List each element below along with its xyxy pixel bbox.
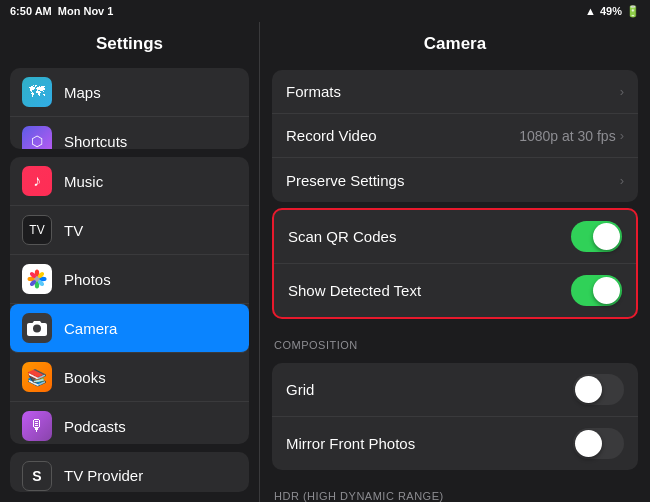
sidebar-title: Settings — [0, 22, 259, 64]
books-label: Books — [64, 369, 106, 386]
record-video-row[interactable]: Record Video 1080p at 30 fps › — [272, 114, 638, 158]
preserve-settings-chevron: › — [620, 173, 624, 188]
sidebar-item-music[interactable]: ♪ Music — [10, 157, 249, 206]
grid-toggle[interactable] — [573, 374, 624, 405]
preserve-settings-value: › — [620, 173, 624, 188]
show-detected-text-label: Show Detected Text — [288, 282, 421, 299]
scan-qr-label: Scan QR Codes — [288, 228, 396, 245]
maps-label: Maps — [64, 84, 101, 101]
scan-qr-toggle-knob — [593, 223, 620, 250]
scan-qr-toggle[interactable] — [571, 221, 622, 252]
camera-icon — [22, 313, 52, 343]
show-detected-text-row[interactable]: Show Detected Text — [274, 264, 636, 317]
show-detected-text-toggle[interactable] — [571, 275, 622, 306]
shortcuts-icon: ⬡ — [22, 126, 52, 149]
camera-label: Camera — [64, 320, 117, 337]
sidebar-item-shortcuts[interactable]: ⬡ Shortcuts — [10, 117, 249, 149]
time-display: 6:50 AM — [10, 5, 52, 17]
sidebar-item-podcasts[interactable]: 🎙 Podcasts — [10, 402, 249, 444]
photos-label: Photos — [64, 271, 111, 288]
grid-toggle-knob — [575, 376, 602, 403]
formats-label: Formats — [286, 83, 341, 100]
formats-value: › — [620, 84, 624, 99]
tvprovider-label: TV Provider — [64, 467, 143, 484]
podcasts-label: Podcasts — [64, 418, 126, 435]
photos-icon — [22, 264, 52, 294]
top-section: 🗺 Maps ⬡ Shortcuts — [10, 68, 249, 149]
sidebar-item-maps[interactable]: 🗺 Maps — [10, 68, 249, 117]
hdr-section-header: HDR (HIGH DYNAMIC RANGE) — [260, 476, 650, 502]
content-title: Camera — [260, 22, 650, 64]
composition-section-header: COMPOSITION — [260, 325, 650, 357]
date-display: Mon Nov 1 — [58, 5, 114, 17]
sidebar-item-tvprovider[interactable]: S TV Provider — [10, 452, 249, 492]
mirror-front-photos-row[interactable]: Mirror Front Photos — [272, 417, 638, 470]
grid-row[interactable]: Grid — [272, 363, 638, 417]
status-bar: 6:50 AM Mon Nov 1 ▲ 49% 🔋 — [0, 0, 650, 22]
sidebar-item-camera[interactable]: Camera — [10, 304, 249, 353]
tv-icon: TV — [22, 215, 52, 245]
maps-icon: 🗺 — [22, 77, 52, 107]
podcasts-icon: 🎙 — [22, 411, 52, 441]
music-icon: ♪ — [22, 166, 52, 196]
main-section: ♪ Music TV TV Photos — [10, 157, 249, 444]
wifi-icon: ▲ — [585, 5, 596, 17]
tvprovider-icon: S — [22, 461, 52, 491]
sidebar-item-books[interactable]: 📚 Books — [10, 353, 249, 402]
battery-display: 49% — [600, 5, 622, 17]
sidebar-item-tv[interactable]: TV TV — [10, 206, 249, 255]
record-video-text: 1080p at 30 fps — [519, 128, 616, 144]
tv-label: TV — [64, 222, 83, 239]
preserve-settings-row[interactable]: Preserve Settings › — [272, 158, 638, 202]
record-video-label: Record Video — [286, 127, 377, 144]
top-settings-group: Formats › Record Video 1080p at 30 fps ›… — [272, 70, 638, 202]
bottom-section: S TV Provider — [10, 452, 249, 492]
qr-settings-group: Scan QR Codes Show Detected Text — [272, 208, 638, 319]
formats-chevron: › — [620, 84, 624, 99]
record-video-value: 1080p at 30 fps › — [519, 128, 624, 144]
status-bar-left: 6:50 AM Mon Nov 1 — [10, 5, 113, 17]
mirror-front-photos-label: Mirror Front Photos — [286, 435, 415, 452]
preserve-settings-label: Preserve Settings — [286, 172, 404, 189]
battery-icon: 🔋 — [626, 5, 640, 18]
music-label: Music — [64, 173, 103, 190]
grid-label: Grid — [286, 381, 314, 398]
scan-qr-row[interactable]: Scan QR Codes — [274, 210, 636, 264]
sidebar: Settings 🗺 Maps ⬡ Shortcuts ♪ Music TV T… — [0, 0, 260, 502]
content-area: Camera Formats › Record Video 1080p at 3… — [260, 0, 650, 502]
formats-row[interactable]: Formats › — [272, 70, 638, 114]
books-icon: 📚 — [22, 362, 52, 392]
status-bar-right: ▲ 49% 🔋 — [585, 5, 640, 18]
composition-settings-group: Grid Mirror Front Photos — [272, 363, 638, 470]
sidebar-item-photos[interactable]: Photos — [10, 255, 249, 304]
record-video-chevron: › — [620, 128, 624, 143]
show-detected-text-toggle-knob — [593, 277, 620, 304]
mirror-front-photos-toggle[interactable] — [573, 428, 624, 459]
shortcuts-label: Shortcuts — [64, 133, 127, 150]
mirror-front-photos-toggle-knob — [575, 430, 602, 457]
